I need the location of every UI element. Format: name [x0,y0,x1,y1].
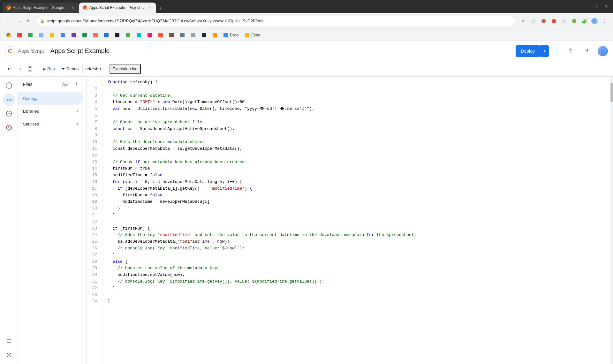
code-line: // Gets the developer metadata object. [108,139,605,146]
tab-1-close[interactable]: ✕ [70,5,75,10]
sidebar-icon-trigger[interactable]: ⏰ [3,121,15,134]
line-number: 24 [87,232,100,239]
bm-g5[interactable] [47,32,57,39]
ext-icon-4[interactable]: 🟢 [570,17,579,26]
bm-g16[interactable] [167,32,176,39]
add-library-icon[interactable]: + [73,107,81,115]
toolbar-sep-1 [38,65,38,73]
svg-text:i: i [8,84,9,88]
bm-g15[interactable] [156,32,165,39]
code-content[interactable]: function refresh() { // Get current date… [102,77,610,364]
redo-button[interactable]: ↪ [15,64,24,74]
grid-button[interactable]: ⠿ [581,45,593,57]
bm-extra[interactable]: Extra [242,32,263,39]
address-text: script.google.com/u/0/home/projects/1S7f… [47,19,512,23]
bm-g12[interactable] [123,32,133,39]
user-avatar[interactable]: U [598,46,608,56]
bm-g11[interactable] [112,32,122,39]
bm-g10[interactable] [102,32,111,39]
tab-2[interactable]: Apps Script Example - Project E... ✕ [79,3,156,13]
file-item-code-gs[interactable]: Code.gs [18,92,84,105]
close-window-button[interactable]: ✕ [602,2,610,11]
new-tab-button[interactable]: + [156,4,165,13]
bm-g3[interactable] [26,32,35,39]
forward-button[interactable]: → [14,17,23,26]
add-service-icon[interactable]: + [73,120,81,128]
bm-g20[interactable] [210,32,220,39]
section-services[interactable]: Services + [18,118,86,130]
code-line [108,152,605,159]
ext-icon-3[interactable]: ⚪ [559,17,568,26]
line-number: 6 [87,112,100,119]
puzzle-icon[interactable]: 🧩 [580,17,589,26]
line-number: 10 [87,139,100,146]
bm-g9[interactable] [91,32,100,39]
file-panel: Files AZ + Code.gs Libraries + Services … [18,77,87,364]
bm-g14[interactable] [145,32,155,39]
sidebar-icon-history[interactable] [3,107,15,120]
vertical-scrollbar[interactable] [610,77,613,364]
tab-bar: Apps Script Example - Google S... ✕ Apps… [3,0,580,13]
code-line: } [108,298,605,305]
menu-icon[interactable]: ⋮ [600,17,609,26]
save-icon [27,66,33,72]
svg-rect-3 [29,67,31,68]
bm-g4[interactable] [36,32,46,39]
bm-g7[interactable] [69,32,79,39]
sidebar-icons: i </> ⏰ [0,77,18,364]
sidebar-icon-info[interactable]: i [3,79,15,92]
back-button[interactable]: ← [4,17,13,26]
bm-github[interactable] [199,32,209,39]
scrollbar-thumb[interactable] [610,83,613,102]
bm-g6[interactable] [58,32,68,39]
line-number: 21 [87,212,100,219]
undo-button[interactable]: ↩ [5,64,14,74]
bm-g8[interactable] [80,32,89,39]
run-button[interactable]: ▶ Run [41,64,57,74]
code-line [108,292,605,299]
svg-point-14 [8,354,10,356]
ext-icon-1[interactable]: 🟤 [539,17,548,26]
minimize-button[interactable]: — [582,2,590,11]
line-number: 11 [87,146,100,152]
line-number: 26 [87,245,100,252]
sidebar-icon-code[interactable]: </> [3,93,15,106]
add-file-button[interactable]: + [72,80,81,89]
save-button[interactable] [25,64,35,74]
bm-g17[interactable] [178,32,187,39]
sort-button[interactable]: AZ [61,80,70,89]
deploy-button[interactable]: Deploy [516,45,540,57]
bookmark-icon[interactable]: ☆ [529,17,538,26]
profile-icon[interactable]: G [590,17,599,26]
deploy-dropdown-button[interactable]: ▾ [540,45,549,57]
bm-docs[interactable]: Docs [221,32,241,39]
address-bar[interactable]: 🔒 script.google.com/u/0/home/projects/1S… [36,16,516,26]
code-line: if (developerMetaData[i].getKey() == 'mo… [108,186,605,192]
code-line: // Opens the active spreadsheet file. [108,119,605,126]
file-panel-header: Files AZ + [18,77,86,92]
code-line: modifiedTime.setValue(now); [108,272,605,278]
avatar-initials: U [601,49,604,54]
bm-g2[interactable] [15,32,24,39]
bm-g18[interactable] [188,32,198,39]
debug-button[interactable]: ⏷ Debug [59,64,81,74]
section-libraries[interactable]: Libraries + [18,105,86,118]
tab-2-close[interactable]: ✕ [147,5,152,10]
maximize-button[interactable]: □ [592,2,600,11]
refresh-button[interactable]: ↻ [24,17,33,26]
code-line: ss.addDeveloperMetadata('modifiedTime', … [108,239,605,245]
help-button[interactable]: ? [564,45,576,57]
share-icon[interactable]: ↗ [518,17,527,26]
svg-text:G: G [8,48,12,54]
bm-google[interactable] [4,32,13,39]
ext-icon-2[interactable]: 🔴 [549,17,558,26]
bm-g13[interactable] [134,32,144,39]
tab-1-title: Apps Script Example - Google S... [13,5,68,10]
code-line: // Check if our metadata key has already… [108,159,605,166]
tab-1[interactable]: Apps Script Example - Google S... ✕ [3,3,79,13]
sidebar-icon-list[interactable] [3,335,15,347]
code-line: firstRun = false [108,192,605,199]
function-selector[interactable]: refresh ▾ [82,64,104,74]
execution-log-button[interactable]: Execution log [110,64,141,74]
sidebar-icon-settings[interactable] [3,349,15,361]
